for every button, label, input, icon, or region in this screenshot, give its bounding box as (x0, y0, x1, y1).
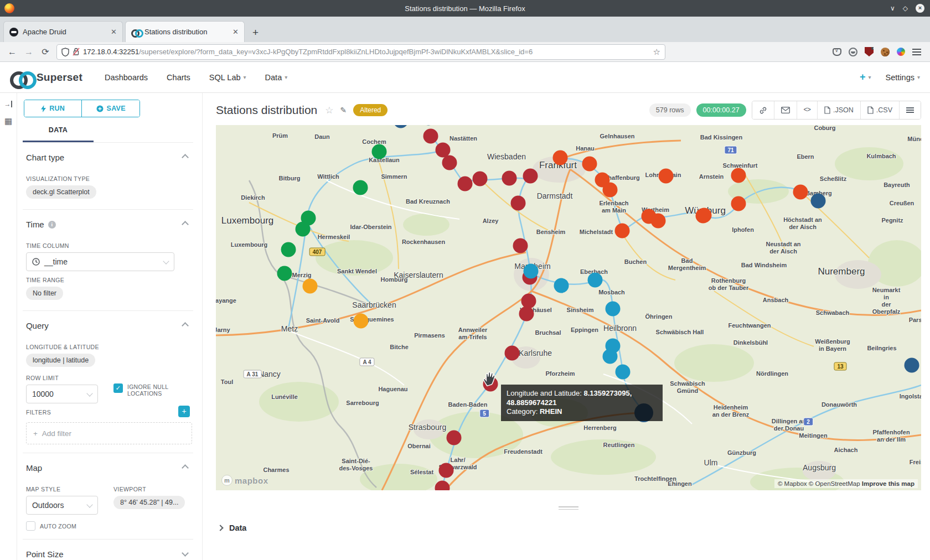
map-point-orangered[interactable] (731, 196, 746, 211)
map-point-green[interactable] (277, 266, 292, 281)
bookmark-star-icon[interactable]: ☆ (653, 47, 660, 57)
time-column-select[interactable]: __time (26, 252, 174, 271)
time-range-value[interactable]: No filter (26, 287, 63, 300)
auto-zoom-row[interactable]: AUTO ZOOM (26, 521, 104, 531)
map-point-navy[interactable] (905, 358, 919, 373)
save-button[interactable]: SAVE (81, 100, 140, 117)
ublock-icon[interactable]: 2 (865, 47, 874, 56)
extension-pinwheel-icon[interactable] (897, 48, 905, 56)
map-style-select[interactable]: Outdoors (26, 496, 98, 515)
checkbox-unchecked-icon[interactable] (26, 521, 35, 531)
add-filter-box[interactable]: + Add filter (26, 422, 192, 444)
pane-drag-handle[interactable] (559, 505, 578, 511)
firefox-menu-icon[interactable] (912, 49, 921, 55)
pocket-icon[interactable] (833, 48, 841, 56)
nav-sql-lab[interactable]: SQL Lab▾ (209, 73, 246, 82)
map-point-orangered[interactable] (582, 157, 597, 172)
cookie-extension-icon[interactable] (881, 48, 890, 56)
container-mask-icon[interactable] (849, 48, 857, 56)
window-maximize-button[interactable]: ◇ (903, 4, 908, 12)
tracking-shield-icon[interactable] (61, 48, 69, 56)
map-point-green[interactable] (281, 242, 296, 257)
forward-icon[interactable]: → (23, 47, 34, 57)
map-point-green[interactable] (353, 180, 368, 195)
map-point-darkred[interactable] (519, 307, 534, 322)
reload-icon[interactable]: ⟳ (40, 46, 51, 57)
url-bar[interactable]: 172.18.0.4:32251/superset/explore/?form_… (56, 44, 665, 60)
map-point-darkred[interactable] (502, 171, 517, 186)
tab-close-icon[interactable]: ✕ (232, 28, 239, 36)
map-point-teal[interactable] (606, 302, 621, 317)
export-csv-button[interactable]: .CSV (860, 101, 899, 119)
new-item-button[interactable]: +▾ (860, 71, 871, 83)
map-point-orangered[interactable] (553, 151, 568, 165)
map-point-teal[interactable] (616, 365, 631, 380)
run-button[interactable]: RUN (24, 100, 82, 117)
viz-type-value[interactable]: deck.gl Scatterplot (26, 185, 96, 199)
mapbox-logo[interactable]: m mapbox (221, 475, 268, 486)
map-point-orange[interactable] (303, 279, 318, 294)
section-time[interactable]: Timei (26, 217, 192, 237)
checkbox-checked-icon[interactable]: ✓ (113, 383, 123, 393)
map-point-darkred[interactable] (423, 129, 438, 144)
new-tab-button[interactable]: + (247, 27, 264, 42)
map-point-green[interactable] (296, 222, 311, 237)
map-point-teal[interactable] (588, 273, 603, 288)
map-canvas[interactable]: PrümDaunCochemKastellaunSimmernWittlichB… (216, 125, 921, 490)
altered-badge[interactable]: Altered (353, 104, 388, 116)
row-limit-select[interactable]: 10000 (26, 385, 98, 403)
map-point-teal[interactable] (524, 264, 539, 279)
add-filter-plus-button[interactable]: + (178, 406, 190, 417)
map-point-darkred[interactable] (447, 431, 462, 445)
window-minimize-button[interactable]: ∨ (890, 4, 895, 12)
export-json-button[interactable]: .JSON (817, 101, 860, 119)
share-link-button[interactable] (752, 101, 774, 119)
map-point-teal[interactable] (603, 349, 618, 364)
tab-apache-druid[interactable]: Apache Druid ✕ (3, 21, 123, 42)
map-point-orangered[interactable] (659, 169, 674, 184)
map-point-orangered[interactable] (731, 168, 746, 183)
map-point-orangered[interactable] (615, 224, 630, 238)
lonlat-value[interactable]: longitude | latitude (26, 354, 95, 367)
settings-menu[interactable]: Settings▾ (886, 73, 920, 82)
embed-code-button[interactable]: <> (797, 101, 817, 119)
map-point-orangered[interactable] (603, 183, 618, 198)
data-results-collapse[interactable]: Data (216, 523, 921, 532)
email-button[interactable] (774, 101, 797, 119)
collapse-panel-icon[interactable]: → (4, 101, 12, 107)
improve-map-link[interactable]: Improve this map (862, 480, 914, 487)
map-point-darkred[interactable] (473, 172, 488, 186)
map-point-darkred[interactable] (513, 238, 528, 253)
section-query[interactable]: Query (26, 319, 192, 338)
tab-stations-distribution[interactable]: Stations distribution ✕ (125, 21, 245, 42)
map-point-orange[interactable] (354, 314, 369, 329)
map-point-darkred[interactable] (505, 346, 520, 361)
insecure-lock-icon[interactable] (73, 48, 80, 56)
back-icon[interactable]: ← (7, 47, 18, 57)
favorite-star-icon[interactable]: ☆ (325, 105, 333, 116)
nav-dashboards[interactable]: Dashboards (105, 73, 148, 82)
map-point-orangered[interactable] (697, 208, 712, 223)
section-point-size[interactable]: Point Size (26, 547, 192, 560)
map-point-orangered[interactable] (793, 185, 808, 200)
map-point-darkred[interactable] (511, 196, 526, 211)
map-point-teal[interactable] (554, 278, 569, 293)
window-close-button[interactable]: × (916, 4, 924, 13)
superset-logo[interactable]: Superset (10, 71, 82, 84)
map-point-orangered[interactable] (651, 214, 666, 229)
map-point-darkred[interactable] (523, 169, 538, 184)
nav-data[interactable]: Data▾ (265, 73, 288, 82)
map-point-navy[interactable] (811, 194, 826, 209)
tab-close-icon[interactable]: ✕ (111, 28, 117, 36)
map-point-darkred[interactable] (439, 463, 454, 478)
viewport-value[interactable]: 8° 46' 45.28" | 49... (113, 496, 185, 509)
map-point-darkred[interactable] (442, 155, 457, 170)
map-point-darkred[interactable] (458, 177, 473, 191)
chart-menu-button[interactable] (899, 101, 921, 119)
ignore-null-checkbox-row[interactable]: ✓ IGNORE NULL LOCATIONS (113, 383, 185, 403)
tab-data[interactable]: DATA (23, 126, 94, 142)
section-chart-type[interactable]: Chart type (26, 151, 192, 170)
section-map[interactable]: Map (26, 461, 192, 480)
datasource-grid-icon[interactable]: ▦ (4, 116, 12, 126)
edit-properties-icon[interactable]: ✎ (340, 106, 347, 115)
